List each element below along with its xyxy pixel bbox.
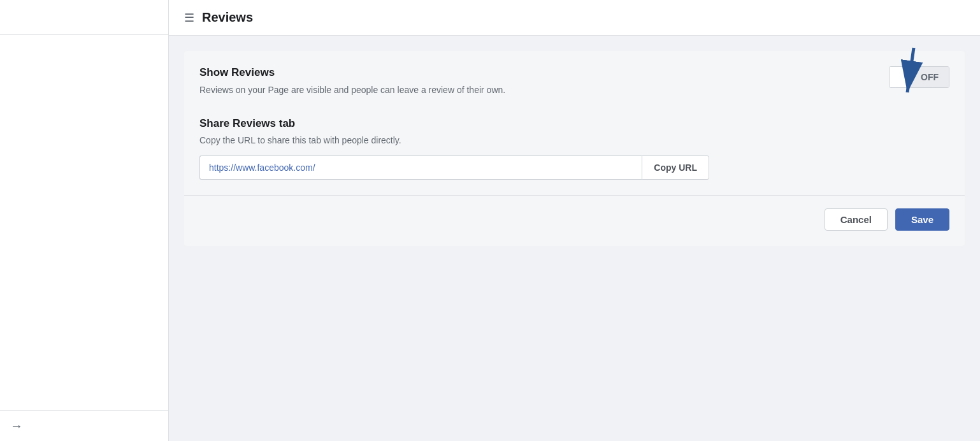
footer-actions: Cancel Save (199, 208, 949, 231)
cancel-button[interactable]: Cancel (825, 208, 888, 231)
show-reviews-title: Show Reviews (199, 66, 876, 79)
show-reviews-toggle[interactable]: OFF (889, 66, 949, 88)
toggle-wrapper: OFF (889, 66, 949, 88)
show-reviews-description: Reviews on your Page are visible and peo… (199, 84, 569, 97)
settings-panel: Show Reviews Reviews on your Page are vi… (184, 51, 965, 246)
logout-icon: → (10, 419, 23, 433)
show-reviews-section: Show Reviews Reviews on your Page are vi… (199, 66, 949, 97)
url-input[interactable] (199, 155, 642, 180)
share-reviews-section: Share Reviews tab Copy the URL to share … (199, 117, 949, 180)
main-content: ☰ Reviews Show Reviews (169, 0, 980, 441)
toggle-off-option[interactable]: OFF (910, 67, 949, 87)
toggle-on-option[interactable] (890, 67, 910, 87)
menu-icon[interactable]: ☰ (184, 11, 194, 25)
show-reviews-text: Show Reviews Reviews on your Page are vi… (199, 66, 876, 97)
page-title: Reviews (202, 10, 253, 25)
share-reviews-description: Copy the URL to share this tab with peop… (199, 135, 949, 145)
panel-divider (184, 195, 965, 196)
content-area: Show Reviews Reviews on your Page are vi… (169, 36, 980, 441)
share-reviews-title: Share Reviews tab (199, 117, 949, 130)
copy-url-button[interactable]: Copy URL (642, 155, 709, 180)
url-row: Copy URL (199, 155, 709, 180)
sidebar-logout-item[interactable]: → (0, 410, 168, 441)
sidebar: → (0, 0, 169, 441)
page-header: ☰ Reviews (169, 0, 980, 36)
save-button[interactable]: Save (895, 208, 949, 231)
sidebar-top (0, 0, 168, 35)
